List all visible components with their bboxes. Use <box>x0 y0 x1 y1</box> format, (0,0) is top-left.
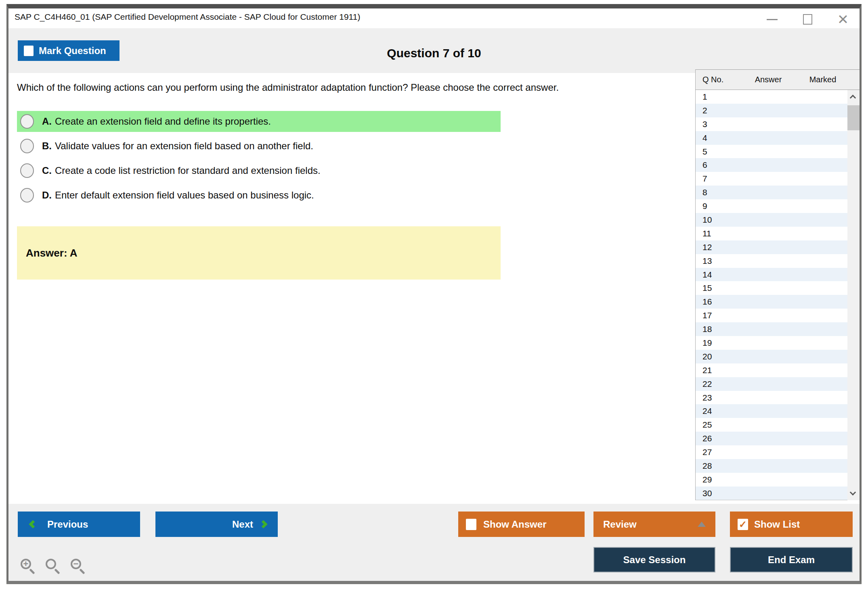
save-session-label: Save Session <box>623 554 686 566</box>
show-list-button[interactable]: ✓ Show List <box>730 512 853 537</box>
option-row-a[interactable]: A.Create an extension field and define i… <box>17 111 501 132</box>
question-number: 1 <box>702 92 707 102</box>
question-list-row[interactable]: 15 <box>696 281 847 295</box>
question-list-row[interactable]: 29 <box>696 473 847 487</box>
question-number: 15 <box>702 283 712 293</box>
option-row-d[interactable]: D.Enter default extension field values b… <box>17 185 501 206</box>
question-number: 12 <box>702 242 712 252</box>
question-number: 11 <box>702 229 711 238</box>
question-list-row[interactable]: 5 <box>696 145 847 159</box>
question-counter: Question 7 of 10 <box>8 46 860 60</box>
column-answer: Answer <box>744 75 793 84</box>
option-a-text: A.Create an extension field and define i… <box>42 116 271 127</box>
question-list-panel: Q No. Answer Marked 12345678910111213141… <box>695 69 860 500</box>
zoom-out-icon[interactable]: − <box>71 559 86 574</box>
review-label: Review <box>603 519 637 530</box>
scrollbar-thumb[interactable] <box>847 105 860 130</box>
question-area: Which of the following actions can you p… <box>8 73 695 504</box>
scroll-down-icon[interactable] <box>850 489 856 496</box>
end-exam-button[interactable]: End Exam <box>730 547 853 572</box>
scroll-up-icon[interactable] <box>850 95 856 101</box>
question-list-row[interactable]: 26 <box>696 432 847 445</box>
question-list-row[interactable]: 12 <box>696 240 847 254</box>
next-label: Next <box>232 519 253 530</box>
maximize-icon <box>803 14 812 25</box>
question-list-row[interactable]: 6 <box>696 158 847 172</box>
review-button[interactable]: Review <box>593 512 715 537</box>
question-text: Which of the following actions can you p… <box>17 82 687 93</box>
question-number: 19 <box>702 338 712 348</box>
column-marked: Marked <box>799 75 847 84</box>
previous-button[interactable]: Previous <box>18 512 140 537</box>
question-number: 2 <box>702 106 707 115</box>
question-list-header: Q No. Answer Marked <box>696 69 860 90</box>
question-list-row[interactable]: 16 <box>696 295 847 309</box>
show-list-checkbox[interactable]: ✓ <box>738 519 748 530</box>
radio-option-c[interactable] <box>20 163 34 178</box>
question-list-scrollbar[interactable] <box>847 90 860 500</box>
zoom-in-icon[interactable]: + <box>21 559 36 574</box>
radio-option-b[interactable] <box>20 139 34 153</box>
end-exam-label: End Exam <box>768 554 815 566</box>
question-list-row[interactable]: 24 <box>696 404 847 418</box>
question-list-row[interactable]: 4 <box>696 131 847 145</box>
question-list-row[interactable]: 10 <box>696 213 847 227</box>
show-answer-checkbox[interactable] <box>466 519 476 530</box>
close-button[interactable]: ✕ <box>837 13 849 25</box>
question-list-row[interactable]: 19 <box>696 336 847 350</box>
question-list-row[interactable]: 28 <box>696 459 847 473</box>
question-number: 29 <box>702 475 712 484</box>
question-list-row[interactable]: 18 <box>696 322 847 336</box>
question-list-row[interactable]: 23 <box>696 391 847 405</box>
question-list-row[interactable]: 11 <box>696 227 847 240</box>
question-list-row[interactable]: 22 <box>696 377 847 391</box>
question-list-row[interactable]: 30 <box>696 487 847 500</box>
question-list-row[interactable]: 2 <box>696 104 847 117</box>
question-list-row[interactable]: 8 <box>696 186 847 199</box>
maximize-button[interactable] <box>801 13 813 25</box>
question-number: 6 <box>702 160 707 170</box>
question-list-row[interactable]: 14 <box>696 268 847 282</box>
footer-bar: Previous Next Show Answer Review ✓ Show … <box>8 504 860 581</box>
option-row-b[interactable]: B.Validate values for an extension field… <box>17 136 501 157</box>
question-list-row[interactable]: 7 <box>696 172 847 186</box>
answer-label: Answer: A <box>26 247 78 259</box>
question-list-row[interactable]: 9 <box>696 199 847 213</box>
question-list-row[interactable]: 13 <box>696 254 847 268</box>
question-number: 21 <box>702 365 712 375</box>
question-list-row[interactable]: 25 <box>696 418 847 432</box>
radio-option-a[interactable] <box>20 114 34 129</box>
previous-label: Previous <box>47 519 88 530</box>
question-list-row[interactable]: 20 <box>696 350 847 363</box>
checkmark-icon: ✓ <box>739 519 747 530</box>
question-list-row[interactable]: 21 <box>696 363 847 377</box>
show-answer-button[interactable]: Show Answer <box>458 512 585 537</box>
window-title: SAP C_C4H460_01 (SAP Certified Developme… <box>15 12 360 22</box>
option-row-c[interactable]: C.Create a code list restriction for sta… <box>17 160 501 181</box>
question-number: 28 <box>702 461 712 471</box>
question-number: 30 <box>702 489 712 498</box>
chevron-right-icon <box>259 520 268 528</box>
next-button[interactable]: Next <box>155 512 278 537</box>
minimize-button[interactable] <box>766 13 778 25</box>
radio-option-d[interactable] <box>20 188 34 203</box>
question-number: 17 <box>702 311 712 320</box>
question-list-row[interactable]: 27 <box>696 445 847 459</box>
show-list-label: Show List <box>754 519 800 530</box>
exam-window: SAP C_C4H460_01 (SAP Certified Developme… <box>6 4 862 584</box>
question-number: 20 <box>702 352 712 361</box>
zoom-reset-icon[interactable] <box>46 559 61 574</box>
question-list-row[interactable]: 3 <box>696 117 847 131</box>
question-list-row[interactable]: 17 <box>696 309 847 322</box>
question-number: 25 <box>702 420 712 430</box>
question-number: 16 <box>702 297 712 307</box>
header-strip: Mark Question Question 7 of 10 <box>8 28 860 73</box>
question-number: 5 <box>702 147 707 157</box>
question-number: 22 <box>702 379 712 389</box>
question-list: 1234567891011121314151617181920212223242… <box>696 90 847 500</box>
minimize-icon <box>767 19 778 20</box>
question-number: 10 <box>702 215 712 225</box>
question-list-row[interactable]: 1 <box>696 90 847 104</box>
save-session-button[interactable]: Save Session <box>593 547 715 572</box>
option-b-text: B.Validate values for an extension field… <box>42 140 313 152</box>
